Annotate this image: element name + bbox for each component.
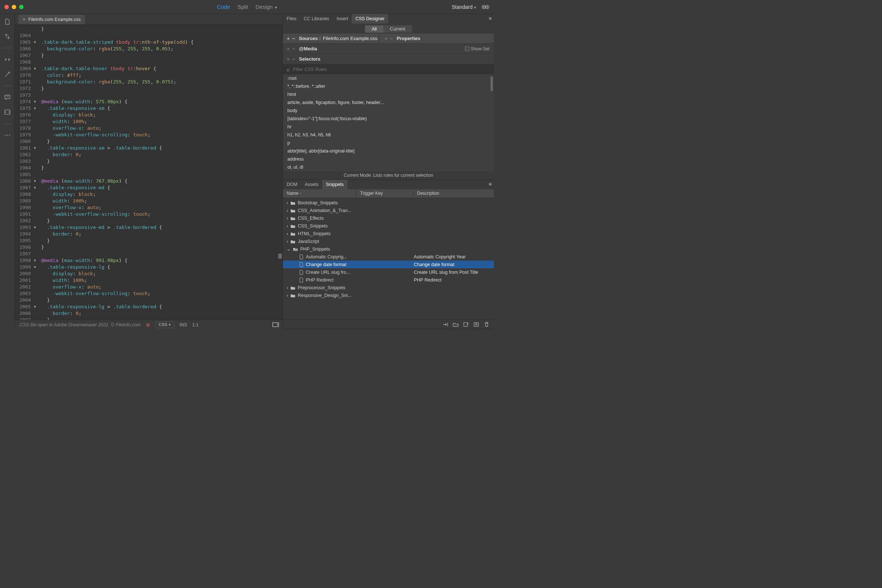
tab-cc-libraries[interactable]: CC Libraries xyxy=(300,14,333,24)
tab-assets[interactable]: Assets xyxy=(301,180,322,189)
snippet-folder[interactable]: ›HTML_Snippets xyxy=(283,230,494,237)
tab-snippets[interactable]: Snippets xyxy=(322,180,348,189)
selectors-label: Selectors xyxy=(299,56,321,62)
mode-hint: Current Mode: Lists rules for current se… xyxy=(283,171,494,179)
close-icon[interactable] xyxy=(4,5,9,9)
tab-css-designer[interactable]: CSS Designer xyxy=(352,14,388,24)
snippet-folder[interactable]: ⌄PHP_Snippets xyxy=(283,245,494,253)
snippet-file[interactable]: PHP RedirectPHP Redirect xyxy=(283,276,494,284)
all-current-toggle: All Current xyxy=(283,24,494,33)
filter-input[interactable] xyxy=(293,67,490,72)
snippet-folder[interactable]: ›Responsive_Design_Sni... xyxy=(283,291,494,299)
selector-item[interactable]: p xyxy=(283,139,494,147)
insert-mode[interactable]: INS xyxy=(179,322,187,327)
edit-snippet-icon[interactable] xyxy=(473,322,479,327)
selector-item[interactable]: body xyxy=(283,106,494,115)
selector-item[interactable]: html xyxy=(283,90,494,99)
selector-item[interactable]: *, *::before, *::after xyxy=(283,82,494,90)
snippet-tree[interactable]: ›Bootstrap_Snippets›CSS_Animation_&_Tran… xyxy=(283,198,494,320)
snippet-file[interactable]: Change date formatChange date format xyxy=(283,261,494,268)
snippets-panel: DOM Assets Snippets ≡ Name Trigger Key D… xyxy=(283,180,494,329)
col-description[interactable]: Description xyxy=(413,189,494,198)
more-icon[interactable] xyxy=(3,131,11,139)
view-switcher: Code Split Design xyxy=(217,4,277,10)
watermark-text: .CSS file open in Adobe Dreamweaver 2021… xyxy=(18,322,141,327)
minimize-icon[interactable] xyxy=(12,5,16,9)
selector-item[interactable]: abbr[title], abbr[data-original-title] xyxy=(283,147,494,155)
selectors-scrollbar[interactable] xyxy=(490,76,493,91)
snippet-folder[interactable]: ›CSS_Effects xyxy=(283,214,494,222)
code-editor[interactable]: 19641965▼1966196719681969▼19701971197219… xyxy=(15,24,283,320)
snippet-toolbar xyxy=(283,320,494,329)
snippet-file[interactable]: Automatic Copyrig...Automatic Copyright … xyxy=(283,253,494,261)
snippet-folder[interactable]: ›Bootstrap_Snippets xyxy=(283,199,494,207)
selector-item[interactable]: :root xyxy=(283,74,494,82)
selector-item[interactable]: address xyxy=(283,155,494,163)
code-content[interactable]: }.table-dark.table-striped tbody tr:nth-… xyxy=(38,24,283,320)
file-manage-icon[interactable] xyxy=(3,18,11,26)
error-icon[interactable]: ⊗ xyxy=(146,322,150,328)
show-set-toggle[interactable]: ✓Show Set xyxy=(465,46,489,51)
remove-source-icon[interactable]: − xyxy=(292,35,296,42)
language-selector[interactable]: CSS xyxy=(156,321,175,328)
expand-icon[interactable] xyxy=(3,56,11,64)
editor-scrollbar-vertical[interactable] xyxy=(278,26,282,314)
view-split[interactable]: Split xyxy=(237,4,248,10)
snippet-folder[interactable]: ›CSS_Snippets xyxy=(283,222,494,230)
tab-files[interactable]: Files xyxy=(283,14,300,24)
maximize-icon[interactable] xyxy=(19,5,24,9)
selector-item[interactable]: h1, h2, h3, h4, h5, h6 xyxy=(283,131,494,139)
selector-item[interactable]: hr xyxy=(283,123,494,131)
col-name[interactable]: Name xyxy=(283,189,357,198)
svg-point-1 xyxy=(486,5,489,9)
col-trigger[interactable]: Trigger Key xyxy=(357,189,413,198)
extract-icon[interactable] xyxy=(3,32,11,40)
panel-menu-icon[interactable]: ≡ xyxy=(489,181,492,187)
add-media-icon[interactable]: + xyxy=(286,46,290,52)
remove-media-icon[interactable]: − xyxy=(292,46,296,52)
selectors-list[interactable]: :root*, *::before, *::afterhtmlarticle, … xyxy=(283,74,494,171)
add-selector-icon[interactable]: + xyxy=(286,56,290,62)
insert-snippet-icon[interactable] xyxy=(442,322,448,327)
view-design[interactable]: Design xyxy=(255,4,277,10)
view-code[interactable]: Code xyxy=(217,4,230,10)
tab-insert[interactable]: Insert xyxy=(333,14,352,24)
toggle-all[interactable]: All xyxy=(365,26,383,33)
file-tab-active[interactable]: × FileInfo.com Example.css xyxy=(18,15,85,24)
snippet-folder[interactable]: ›Preprocessor_Snippets xyxy=(283,284,494,291)
new-folder-icon[interactable] xyxy=(453,322,459,327)
panel-tabs-top: Files CC Libraries Insert CSS Designer ≡ xyxy=(283,14,494,24)
add-source-icon[interactable]: + xyxy=(286,35,290,42)
snippet-folder[interactable]: ›CSS_Animation_&_Tran... xyxy=(283,207,494,214)
selector-item[interactable]: [tabindex="-1"]:focus:not(:focus-visible… xyxy=(283,115,494,123)
statusbar: .CSS file open in Adobe Dreamweaver 2021… xyxy=(15,320,283,329)
panel-menu-icon[interactable]: ≡ xyxy=(489,15,492,21)
selector-item[interactable]: article, aside, figcaption, figure, foot… xyxy=(283,99,494,106)
sync-settings-icon[interactable] xyxy=(482,4,489,10)
snippet-columns: Name Trigger Key Description xyxy=(283,189,494,198)
new-snippet-icon[interactable] xyxy=(463,322,469,327)
search-icon xyxy=(286,66,290,72)
comment-icon[interactable] xyxy=(3,93,11,101)
tab-dom[interactable]: DOM xyxy=(283,180,301,189)
close-icon[interactable]: × xyxy=(23,17,26,22)
delete-snippet-icon[interactable] xyxy=(484,322,489,327)
svg-rect-10 xyxy=(474,322,478,326)
cursor-position: 1:1 xyxy=(192,322,198,327)
remove-selector-icon[interactable]: − xyxy=(292,56,296,62)
svg-point-7 xyxy=(9,135,10,136)
wand-icon[interactable] xyxy=(3,70,11,78)
selector-item[interactable]: ol, ul, dl xyxy=(283,163,494,171)
snippets-icon[interactable] xyxy=(3,108,11,116)
snippet-file[interactable]: Create URL slug fro...Create URL slug fr… xyxy=(283,268,494,276)
sources-label: Sources : xyxy=(299,36,321,41)
remove-property-icon[interactable]: − xyxy=(390,35,393,42)
workspace-switcher[interactable]: Standard xyxy=(452,4,476,10)
toggle-current[interactable]: Current xyxy=(383,26,412,33)
sources-file[interactable]: FileInfo.com Example.css xyxy=(323,36,377,41)
add-property-icon[interactable]: + xyxy=(384,35,388,42)
filter-row xyxy=(283,64,494,74)
preview-icon[interactable] xyxy=(272,322,279,328)
snippet-folder[interactable]: ›JavaScript xyxy=(283,237,494,245)
window-controls xyxy=(4,5,24,9)
